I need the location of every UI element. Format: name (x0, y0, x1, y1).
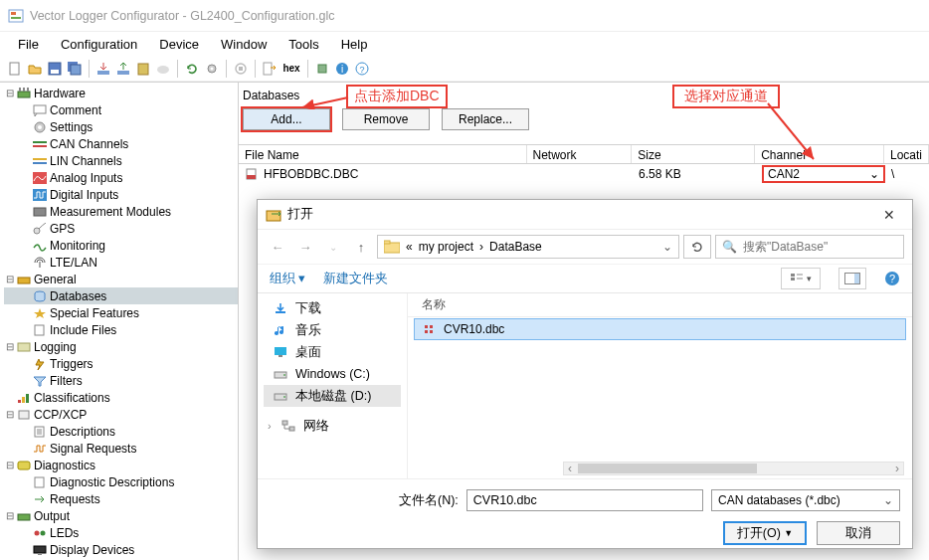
save-icon[interactable] (46, 60, 64, 78)
cloud-icon[interactable] (154, 60, 172, 78)
organize-menu[interactable]: 组织 ▾ (270, 271, 305, 287)
tree-desc[interactable]: Descriptions (4, 423, 238, 440)
tree-diagnostics[interactable]: ⊟Diagnostics (4, 457, 238, 473)
menu-configuration[interactable]: Configuration (61, 37, 137, 52)
clip-icon[interactable] (134, 60, 152, 78)
upload-icon[interactable] (114, 60, 132, 78)
scrollbar-thumb[interactable] (578, 464, 757, 473)
download-icon[interactable] (94, 60, 112, 78)
open-icon[interactable] (26, 60, 44, 78)
menu-device[interactable]: Device (159, 37, 199, 52)
tree-output[interactable]: ⊟Output (4, 507, 238, 524)
menu-tools[interactable]: Tools (288, 37, 318, 52)
col-channel[interactable]: Channel (755, 145, 884, 163)
breadcrumb[interactable]: « my project › DataBase ⌄ (377, 235, 679, 259)
tree-settings[interactable]: Settings (4, 118, 238, 135)
svg-rect-8 (97, 71, 109, 75)
stop-icon[interactable] (232, 60, 250, 78)
tree-general[interactable]: ⊟General (4, 271, 238, 287)
tree-requests[interactable]: Requests (4, 490, 238, 507)
new-icon[interactable] (6, 60, 24, 78)
close-icon[interactable]: ✕ (874, 207, 904, 223)
help-icon[interactable]: ? (353, 60, 371, 78)
tree-digital[interactable]: Digital Inputs (4, 186, 238, 203)
open-button[interactable]: 打开(O) ▼ (723, 521, 807, 545)
sidebar-downloads[interactable]: 下载 (264, 297, 401, 319)
tree-sigreq[interactable]: Signal Requests (4, 440, 238, 457)
expand-icon[interactable]: › (268, 420, 272, 432)
tree-logging[interactable]: ⊟Logging (4, 338, 238, 355)
svg-rect-42 (18, 400, 21, 403)
sidebar-drive-c[interactable]: Windows (C:) (264, 363, 401, 385)
menu-file[interactable]: File (18, 37, 39, 52)
refresh-button[interactable] (683, 235, 711, 259)
replace-button[interactable]: Replace... (442, 108, 529, 130)
remove-button[interactable]: Remove (342, 108, 430, 130)
view-mode-button[interactable]: ▾ (781, 268, 821, 289)
tree-gps[interactable]: GPS (4, 220, 238, 237)
path-arrow-1: › (479, 240, 483, 254)
search-placeholder: 搜索"DataBase" (743, 239, 828, 256)
svg-rect-66 (854, 274, 859, 283)
tree-leds[interactable]: LEDs (4, 524, 238, 541)
tree-comment[interactable]: Comment (4, 101, 238, 118)
chip-icon[interactable] (313, 60, 331, 78)
sidebar-drive-d[interactable]: 本地磁盘 (D:) (264, 385, 401, 407)
filetype-combo[interactable]: CAN databases (*.dbc)⌄ (711, 489, 900, 511)
horizontal-scrollbar[interactable]: ‹ › (563, 462, 904, 475)
channel-combo[interactable]: CAN2 ⌄ (762, 165, 885, 183)
menu-window[interactable]: Window (221, 37, 267, 52)
nav-tree[interactable]: ⊟Hardware Comment Settings CAN Channels … (0, 83, 239, 560)
tree-hardware[interactable]: ⊟Hardware (4, 85, 238, 101)
tree-can[interactable]: CAN Channels (4, 135, 238, 152)
col-network[interactable]: Network (527, 145, 633, 163)
nav-up-icon[interactable]: ↑ (349, 235, 373, 259)
search-input[interactable]: 🔍 搜索"DataBase" (715, 235, 904, 259)
gear-icon[interactable] (203, 60, 221, 78)
path-seg-1[interactable]: my project (419, 240, 473, 254)
col-location[interactable]: Locati (884, 145, 929, 163)
path-seg-2[interactable]: DataBase (489, 240, 542, 254)
nav-back-icon[interactable]: ← (266, 235, 289, 259)
file-item-selected[interactable]: CVR10.dbc (414, 318, 906, 340)
export-icon[interactable] (261, 60, 279, 78)
tree-lte[interactable]: LTE/LAN (4, 254, 238, 271)
cancel-button[interactable]: 取消 (817, 521, 900, 545)
tree-display[interactable]: Display Devices (4, 541, 238, 558)
file-list[interactable]: 名称 CVR10.dbc ‹ › (407, 293, 912, 478)
sidebar-music[interactable]: 音乐 (264, 319, 401, 341)
svg-rect-35 (34, 208, 46, 216)
refresh-icon[interactable] (183, 60, 201, 78)
table-row[interactable]: HFBOBDBC.DBC 6.58 KB CAN2 ⌄ \ (239, 164, 929, 184)
add-button[interactable]: Add... (243, 108, 330, 130)
tree-monitoring[interactable]: Monitoring (4, 237, 238, 254)
tree-databases[interactable]: Databases (4, 287, 238, 304)
dialog-help-icon[interactable]: ? (884, 271, 900, 286)
svg-rect-2 (11, 17, 21, 19)
sidebar-desktop[interactable]: 桌面 (264, 341, 401, 363)
tree-ccp[interactable]: ⊟CCP/XCP (4, 406, 238, 423)
filename-input[interactable] (466, 489, 703, 511)
filelist-col-name[interactable]: 名称 (408, 293, 912, 317)
nav-history-icon[interactable]: ⌄ (321, 235, 345, 259)
tree-special[interactable]: Special Features (4, 304, 238, 321)
tree-lin[interactable]: LIN Channels (4, 152, 238, 169)
tree-triggers[interactable]: Triggers (4, 355, 238, 372)
info-icon[interactable]: i (333, 60, 351, 78)
tree-diagdesc[interactable]: Diagnostic Descriptions (4, 473, 238, 490)
saveall-icon[interactable] (66, 60, 84, 78)
col-size[interactable]: Size (632, 145, 755, 163)
tree-analog[interactable]: Analog Inputs (4, 169, 238, 186)
svg-rect-15 (239, 67, 243, 71)
preview-pane-button[interactable] (838, 268, 866, 289)
newfolder-button[interactable]: 新建文件夹 (323, 271, 388, 287)
tree-include[interactable]: Include Files (4, 321, 238, 338)
col-filename[interactable]: File Name (239, 145, 527, 163)
tree-classifications[interactable]: ⊟Classifications (4, 389, 238, 406)
sidebar-network[interactable]: ›网络 (264, 415, 401, 437)
hex-label[interactable]: hex (280, 60, 302, 78)
tree-modules[interactable]: Measurement Modules (4, 203, 238, 220)
path-drop-icon[interactable]: ⌄ (662, 240, 672, 254)
menu-help[interactable]: Help (341, 37, 368, 52)
tree-filters[interactable]: Filters (4, 372, 238, 389)
